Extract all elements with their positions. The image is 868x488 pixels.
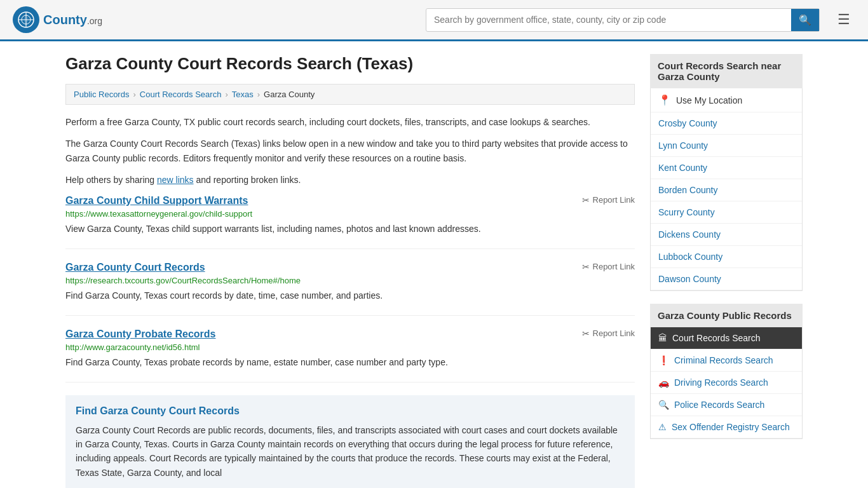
site-logo[interactable]: County.org	[13, 6, 102, 33]
record-url-1[interactable]: https://research.txcourts.gov/CourtRecor…	[65, 276, 635, 285]
search-input[interactable]	[426, 10, 791, 30]
nearby-county-link-3[interactable]: Borden County	[651, 179, 802, 201]
nearby-county-item[interactable]: Dickens County	[651, 224, 802, 246]
record-desc-0: View Garza County, Texas child support w…	[65, 222, 635, 236]
rec-label-3: Police Records Search	[674, 400, 764, 410]
nearby-county-link-6[interactable]: Lubbock County	[651, 246, 802, 268]
find-section: Find Garza County Court Records Garza Co…	[65, 395, 635, 488]
nearby-county-item[interactable]: Lynn County	[651, 135, 802, 157]
public-record-link-4[interactable]: ⚠ Sex Offender Registry Search	[651, 416, 802, 438]
record-desc-2: Find Garza County, Texas probate records…	[65, 356, 635, 369]
public-records-list: 🏛 Court Records Search ❗ Criminal Record…	[650, 327, 803, 439]
report-label-1: Report Link	[593, 262, 635, 271]
breadcrumb-sep1: ›	[133, 90, 135, 99]
report-link-0[interactable]: ✂ Report Link	[582, 195, 635, 205]
search-button[interactable]: 🔍	[791, 9, 819, 31]
rec-label-1: Criminal Records Search	[674, 355, 773, 365]
nearby-county-item[interactable]: Kent County	[651, 157, 802, 179]
report-label-2: Report Link	[593, 329, 635, 338]
nearby-county-link-1[interactable]: Lynn County	[651, 135, 802, 157]
records-list: Garza County Child Support Warrants ✂ Re…	[65, 195, 635, 383]
public-records-section: Garza County Public Records 🏛 Court Reco…	[650, 304, 803, 439]
find-title: Find Garza County Court Records	[76, 405, 625, 417]
nearby-county-link-2[interactable]: Kent County	[651, 157, 802, 179]
nearby-county-link-5[interactable]: Dickens County	[651, 224, 802, 246]
use-my-location-item[interactable]: 📍 Use My Location	[651, 88, 802, 112]
rec-label-2: Driving Records Search	[674, 377, 768, 388]
nearby-county-item[interactable]: Borden County	[651, 179, 802, 201]
find-desc: Garza County Court Records are public re…	[76, 423, 625, 480]
rec-icon-2: 🚗	[658, 377, 669, 388]
public-record-item[interactable]: ⚠ Sex Offender Registry Search	[651, 416, 802, 438]
record-title-1[interactable]: Garza County Court Records	[65, 262, 205, 273]
breadcrumb: Public Records › Court Records Search › …	[65, 84, 635, 105]
nearby-header: Court Records Search near Garza County	[650, 54, 803, 88]
public-record-item[interactable]: 🔍 Police Records Search	[651, 394, 802, 416]
nearby-county-link-4[interactable]: Scurry County	[651, 201, 802, 224]
nearby-list: 📍 Use My Location Crosby CountyLynn Coun…	[650, 88, 803, 291]
record-title-0[interactable]: Garza County Child Support Warrants	[65, 195, 248, 207]
logo-text: County.org	[43, 13, 102, 27]
public-record-link-0[interactable]: 🏛 Court Records Search	[651, 327, 802, 349]
nearby-section: Court Records Search near Garza County 📍…	[650, 54, 803, 291]
rec-icon-3: 🔍	[658, 400, 669, 410]
public-record-link-2[interactable]: 🚗 Driving Records Search	[651, 372, 802, 394]
report-icon-0: ✂	[582, 195, 590, 205]
record-title-2[interactable]: Garza County Probate Records	[65, 329, 216, 340]
nearby-county-link-0[interactable]: Crosby County	[651, 112, 802, 135]
report-icon-2: ✂	[582, 329, 590, 339]
new-links[interactable]: new links	[157, 175, 194, 185]
logo-icon	[13, 6, 39, 33]
nearby-county-item[interactable]: Lubbock County	[651, 246, 802, 268]
nearby-county-item[interactable]: Scurry County	[651, 201, 802, 224]
report-link-1[interactable]: ✂ Report Link	[582, 262, 635, 272]
rec-label-4: Sex Offender Registry Search	[672, 422, 790, 432]
rec-icon-4: ⚠	[658, 422, 667, 432]
public-record-link-3[interactable]: 🔍 Police Records Search	[651, 394, 802, 416]
breadcrumb-garza: Garza County	[264, 90, 315, 99]
report-label-0: Report Link	[593, 195, 635, 205]
use-my-location-label: Use My Location	[676, 95, 742, 105]
public-record-item[interactable]: 🚗 Driving Records Search	[651, 372, 802, 394]
sidebar: Court Records Search near Garza County 📍…	[650, 54, 803, 488]
public-record-item[interactable]: 🏛 Court Records Search	[651, 327, 802, 349]
record-item: Garza County Probate Records ✂ Report Li…	[65, 329, 635, 383]
breadcrumb-texas[interactable]: Texas	[232, 90, 254, 99]
record-url-0[interactable]: https://www.texasattorneygeneral.gov/chi…	[65, 209, 635, 219]
desc-3-suffix: and reporting broken links.	[194, 175, 301, 185]
breadcrumb-sep3: ›	[257, 90, 260, 99]
report-link-2[interactable]: ✂ Report Link	[582, 329, 635, 339]
public-record-item[interactable]: ❗ Criminal Records Search	[651, 349, 802, 372]
desc-2: The Garza County Court Records Search (T…	[65, 137, 635, 165]
desc-3-prefix: Help others by sharing	[65, 175, 157, 185]
breadcrumb-sep2: ›	[225, 90, 227, 99]
use-my-location-link[interactable]: 📍 Use My Location	[651, 88, 802, 112]
record-item: Garza County Child Support Warrants ✂ Re…	[65, 195, 635, 249]
rec-label-0: Court Records Search	[672, 333, 761, 343]
public-records-header: Garza County Public Records	[650, 304, 803, 327]
hamburger-button[interactable]: ☰	[832, 9, 855, 30]
record-desc-1: Find Garza County, Texas court records b…	[65, 289, 635, 302]
breadcrumb-public-records[interactable]: Public Records	[74, 90, 129, 99]
page-title: Garza County Court Records Search (Texas…	[65, 54, 635, 74]
content-area: Garza County Court Records Search (Texas…	[65, 54, 635, 488]
public-record-link-1[interactable]: ❗ Criminal Records Search	[651, 349, 802, 372]
desc-1: Perform a free Garza County, TX public c…	[65, 115, 635, 129]
breadcrumb-court-records[interactable]: Court Records Search	[140, 90, 222, 99]
report-icon-1: ✂	[582, 262, 590, 272]
record-url-2[interactable]: http://www.garzacounty.net/id56.html	[65, 342, 635, 352]
search-bar: 🔍	[426, 8, 820, 32]
rec-icon-1: ❗	[658, 355, 669, 365]
nearby-county-item[interactable]: Dawson County	[651, 268, 802, 290]
desc-3: Help others by sharing new links and rep…	[65, 173, 635, 187]
site-header: County.org 🔍 ☰	[0, 0, 868, 41]
location-pin-icon: 📍	[658, 94, 671, 106]
main-container: Garza County Court Records Search (Texas…	[53, 41, 815, 488]
nearby-county-item[interactable]: Crosby County	[651, 112, 802, 135]
nearby-county-link-7[interactable]: Dawson County	[651, 268, 802, 290]
rec-icon-0: 🏛	[658, 333, 667, 343]
record-item: Garza County Court Records ✂ Report Link…	[65, 262, 635, 316]
